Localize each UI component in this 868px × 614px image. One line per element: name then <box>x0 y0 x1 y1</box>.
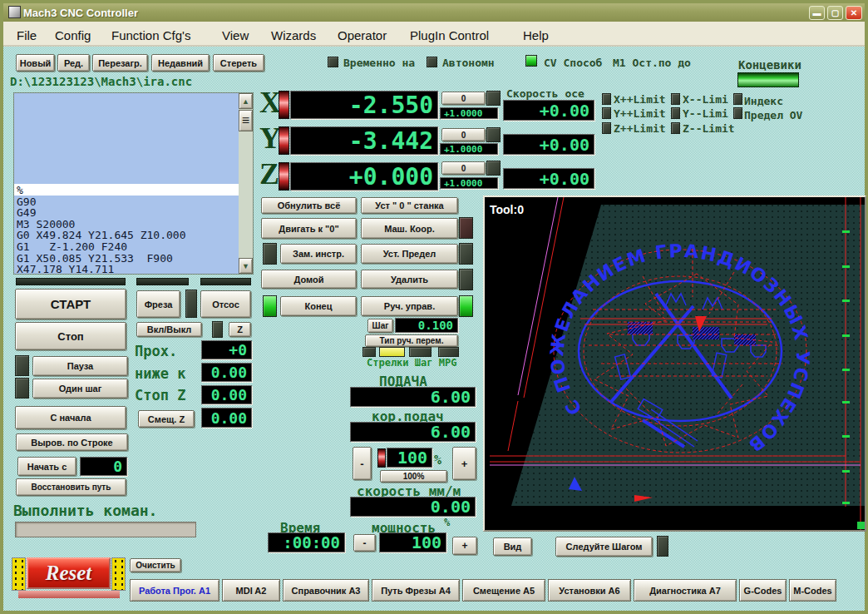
title-bar[interactable]: Mach3 CNC Controller <box>3 3 865 22</box>
scroll-up-button[interactable]: ▲ <box>239 93 253 109</box>
tab-gcodes[interactable]: G-Codes <box>739 579 787 602</box>
feed-percent-value[interactable]: 100 <box>387 448 432 468</box>
step-value[interactable]: 0.100 <box>395 318 458 333</box>
run-from-value[interactable]: 0 <box>80 457 127 476</box>
offset-z-value[interactable]: 0.00 <box>201 408 252 428</box>
menu-config[interactable]: Config <box>55 28 91 42</box>
z-button[interactable]: Z <box>229 322 251 337</box>
power-plus-button[interactable]: + <box>452 537 477 555</box>
x-plus-limit-label: X++Limit <box>614 93 666 106</box>
limits-override-led[interactable] <box>737 72 799 87</box>
scale-x-indicator[interactable] <box>486 91 501 106</box>
offset-z-button[interactable]: Смещ. Z <box>138 410 195 428</box>
mill-button[interactable]: Фреза <box>136 290 180 318</box>
dro-z-value[interactable]: +0.000 <box>290 162 438 191</box>
scroll-thumb[interactable]: ≡ <box>239 110 253 131</box>
offline-indicator[interactable] <box>427 57 437 67</box>
machine-coords-button[interactable]: Маш. Коор. <box>361 218 458 239</box>
tab-toolpath[interactable]: Путь Фрезы A4 <box>372 579 460 602</box>
tab-offsets[interactable]: Смещение A5 <box>462 579 545 602</box>
power-minus-button[interactable]: - <box>353 534 376 552</box>
scale-z-value[interactable]: +1.0000 <box>440 177 498 189</box>
menu-file[interactable]: File <box>17 28 37 42</box>
menu-function-cfgs[interactable]: Function Cfg's <box>111 28 190 42</box>
rewind-button[interactable]: С начала <box>15 406 126 429</box>
gcode-window[interactable]: % G90 G49 M3 S20000 G0 X49.824 Y21.645 Z… <box>13 92 254 275</box>
run-from-button[interactable]: Начать с <box>17 457 76 476</box>
mdi-input[interactable] <box>15 522 196 537</box>
menu-plugin-control[interactable]: PlugIn Control <box>410 28 489 42</box>
scale-x-value[interactable]: +1.0000 <box>440 107 498 119</box>
stop-button[interactable]: Стоп <box>15 322 126 350</box>
cv-indicator[interactable] <box>525 55 537 67</box>
gcode-current-line[interactable]: % <box>14 184 239 196</box>
feed-value[interactable]: 6.00 <box>350 387 476 407</box>
recover-button[interactable]: Восстановить путь <box>16 478 126 496</box>
z-plus-limit-indicator <box>602 122 611 134</box>
menu-help[interactable]: Help <box>523 28 549 42</box>
tool-change-button[interactable]: Зам. инстр. <box>280 244 357 264</box>
pause-button[interactable]: Пауза <box>32 356 128 376</box>
mill-topbar <box>136 278 189 285</box>
scale-y-value[interactable]: +1.0000 <box>440 143 498 155</box>
step-button[interactable]: Шаг <box>367 319 393 333</box>
start-button[interactable]: СТАРТ <box>15 289 126 319</box>
align-button[interactable]: Выров. по Строке <box>16 433 128 451</box>
lower-value[interactable]: 0.00 <box>201 363 252 382</box>
recent-button[interactable]: Недавний <box>151 54 210 72</box>
coolant-button[interactable]: Отсос <box>200 290 251 318</box>
close-button[interactable]: ✕ <box>846 6 862 20</box>
follow-button[interactable]: Следуйте Шагом <box>555 537 653 557</box>
stopz-value[interactable]: 0.00 <box>201 385 252 404</box>
tab-settings[interactable]: Установки A6 <box>548 579 631 602</box>
power-value[interactable]: 100 <box>379 532 446 552</box>
single-step-button[interactable]: Один шаг <box>32 379 128 399</box>
end-button[interactable]: Конец <box>280 296 357 316</box>
feed-plus-button[interactable]: + <box>452 447 476 480</box>
onoff-button[interactable]: Вкл/Выкл <box>136 322 202 337</box>
jog-button[interactable]: Руч. управ. <box>361 296 458 316</box>
maximize-button[interactable]: ▢ <box>827 6 843 20</box>
new-button[interactable]: Новый <box>16 54 55 72</box>
scale-z-indicator[interactable] <box>486 161 501 176</box>
menu-operator[interactable]: Operator <box>338 28 387 42</box>
view-button[interactable]: Вид <box>493 537 532 556</box>
gcode-scrollbar[interactable]: ▲ ≡ ▼ <box>239 93 253 274</box>
tab-program-run[interactable]: Работа Прог. A1 <box>130 579 219 602</box>
tab-reference[interactable]: Справочник A3 <box>283 579 369 602</box>
minimize-button[interactable]: ▬ <box>809 6 825 20</box>
tab-mdi[interactable]: MDI A2 <box>222 579 280 602</box>
erase-button[interactable]: Стереть <box>213 54 264 72</box>
reset-button[interactable]: Reset <box>27 557 111 589</box>
pass-value[interactable]: +0 <box>201 340 252 359</box>
zero-y-button[interactable]: 0 <box>441 128 486 141</box>
machine-zero-button[interactable]: Уст " 0 " станка <box>361 197 458 214</box>
reload-button[interactable]: Перезагр. <box>92 54 148 72</box>
edit-button[interactable]: Ред. <box>57 54 90 72</box>
menu-view[interactable]: View <box>222 28 249 42</box>
zero-z-button[interactable]: 0 <box>441 161 486 175</box>
mach3-window: Mach3 CNC Controller ▬ ▢ ✕ File Config F… <box>0 0 868 614</box>
scale-y-indicator[interactable] <box>486 127 501 142</box>
dro-y-value[interactable]: -3.442 <box>290 126 438 155</box>
feed-cor-value[interactable]: 6.00 <box>350 422 476 442</box>
tab-diagnostics[interactable]: Диагностика A7 <box>634 579 737 602</box>
mdi-label: Выполнить коман. <box>13 502 157 519</box>
zero-all-button[interactable]: Обнулить всё <box>261 197 357 214</box>
goto-zero-button[interactable]: Двигать к "0" <box>261 218 357 239</box>
gcode-line: G90 <box>14 196 239 207</box>
set-limit-button[interactable]: Уст. Предел <box>361 244 458 264</box>
dro-x-value[interactable]: -2.550 <box>290 91 438 119</box>
menu-wizards[interactable]: Wizards <box>271 28 316 42</box>
feed-minus-button[interactable]: - <box>353 447 372 480</box>
toolpath-display[interactable]: С ПОЖЕЛАНИЕМ ГРАНДИОЗНЫХ УСПЕХОВ <box>483 196 866 532</box>
tab-mcodes[interactable]: M-Codes <box>789 579 836 602</box>
jog-mode-button[interactable]: Тип руч. перем. <box>365 334 458 347</box>
feed-reset-button[interactable]: 100% <box>380 470 447 483</box>
delete-button[interactable]: Удалить <box>361 270 458 289</box>
zero-x-button[interactable]: 0 <box>441 92 486 105</box>
scroll-down-button[interactable]: ▼ <box>239 258 253 274</box>
home-button[interactable]: Домой <box>261 270 357 289</box>
temp-indicator[interactable] <box>328 57 338 67</box>
clear-button[interactable]: Очистить <box>130 558 181 572</box>
